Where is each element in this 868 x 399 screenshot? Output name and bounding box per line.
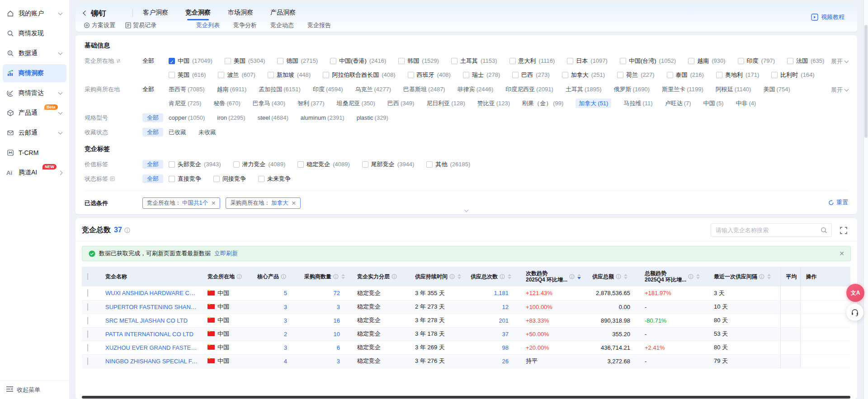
checkbox[interactable]	[233, 161, 240, 168]
collapse-filters-button[interactable]	[456, 207, 477, 214]
sidebar-item-insight[interactable]: 商情洞察	[3, 64, 66, 82]
checkbox[interactable]	[738, 58, 744, 64]
supply-total-link[interactable]: 1,181	[494, 290, 509, 296]
buyer-country-link[interactable]: 卢旺达 7	[665, 99, 691, 108]
horizontal-scrollbar[interactable]	[82, 396, 850, 399]
all-chip[interactable]: 全部	[142, 174, 163, 183]
tab-competitor-insight[interactable]: 竞企洞察	[185, 9, 211, 18]
row-checkbox[interactable]	[87, 289, 88, 297]
trade-records-button[interactable]: 贸易记录	[125, 21, 156, 29]
checkbox[interactable]	[218, 72, 224, 78]
tab-product-insight[interactable]: 产品洞察	[270, 9, 296, 18]
status-tag-checkbox[interactable]: 直接竞争	[169, 174, 201, 183]
fullscreen-icon[interactable]	[838, 225, 849, 236]
supply-total-link[interactable]: 37	[502, 331, 509, 338]
checkbox[interactable]	[688, 58, 694, 64]
checkbox[interactable]	[169, 72, 175, 78]
column-header[interactable]: 次数趋势2025Q4 环比增...	[520, 267, 587, 286]
spec-link[interactable]: plastic 329	[357, 113, 388, 122]
all-chip[interactable]: 全部	[142, 160, 163, 169]
country-checkbox-item[interactable]: 加拿大 251	[562, 70, 605, 80]
checkbox[interactable]	[258, 176, 264, 182]
column-header[interactable]: 供应总额	[587, 267, 639, 286]
buyer-country-link[interactable]: 中国 5	[703, 99, 724, 108]
spec-link[interactable]: steel 4684	[258, 113, 288, 122]
sidebar-item-discovery[interactable]: 商情发现	[3, 24, 66, 42]
remove-tag-icon[interactable]: ✕	[291, 200, 296, 207]
collapse-menu-button[interactable]: 收起菜单	[0, 380, 69, 399]
core-products-link[interactable]: 2	[284, 331, 287, 338]
company-link[interactable]: NINGBO ZHISHANG SPECIAL FAST...	[105, 358, 198, 365]
country-checkbox-item[interactable]: 奥地利 171	[716, 70, 759, 80]
select-all-checkbox[interactable]	[87, 273, 88, 280]
subtab-competitor-report[interactable]: 竞企报告	[307, 21, 331, 29]
row-checkbox[interactable]	[87, 317, 88, 324]
status-tag-checkbox[interactable]: 间接竞争	[213, 174, 246, 183]
checkbox[interactable]	[562, 72, 568, 78]
spec-link[interactable]: copper 1050	[169, 113, 205, 122]
buyer-country-link[interactable]: 巴西 349	[387, 99, 414, 108]
table-row[interactable]: SRC METAL JIASHAN CO LTD 中国 3 16 稳定竞企 3 …	[82, 314, 850, 327]
checkbox[interactable]	[323, 72, 329, 78]
buyer-count-link[interactable]: 10	[334, 331, 340, 338]
spec-link[interactable]: iron 2295	[217, 113, 245, 122]
buyer-country-link[interactable]: 俄罗斯 1690	[614, 84, 650, 94]
spec-link[interactable]: aluminum 2391	[301, 113, 344, 122]
table-row[interactable]: XUZHOU EVER GRAND FASTENERS... 中国 3 6 稳定…	[82, 341, 850, 354]
checkbox[interactable]	[509, 58, 516, 64]
buyer-country-link[interactable]: 印度尼西亚 2091	[505, 84, 553, 94]
row-checkbox[interactable]	[87, 357, 88, 365]
all-chip[interactable]: 全部	[142, 113, 163, 122]
video-tutorial-link[interactable]: 视频教程	[811, 13, 844, 21]
country-checkbox-item[interactable]: 瑞士 278	[463, 70, 500, 80]
buyer-country-link[interactable]: 墨西哥 7085	[169, 84, 205, 94]
country-checkbox-item[interactable]: 巴西 273	[512, 70, 549, 80]
search-icon[interactable]	[821, 227, 827, 234]
buyer-country-link[interactable]: 尼日利亚 128	[426, 99, 465, 108]
sidebar-item-product[interactable]: 产品通 Beta	[3, 104, 66, 122]
buyer-country-link[interactable]: 刚果（金） 99	[522, 99, 563, 108]
refresh-now-link[interactable]: 立即刷新	[214, 249, 238, 258]
sidebar-item-mail[interactable]: 云邮通	[3, 124, 66, 142]
country-checkbox-item[interactable]: 中国(香港) 2416	[330, 56, 386, 66]
all-option[interactable]: 全部	[142, 86, 154, 93]
all-chip[interactable]: 全部	[142, 128, 163, 136]
core-products-link[interactable]: 3	[284, 344, 287, 351]
checkbox[interactable]	[426, 161, 433, 168]
favorite-option[interactable]: 未收藏	[198, 127, 216, 137]
buyer-country-link[interactable]: 坦桑尼亚 350	[337, 99, 375, 108]
checkbox[interactable]	[169, 176, 175, 182]
selected-filter-tag[interactable]: 竞企所在地： 中国共1个 ✕	[142, 197, 220, 209]
status-tag-checkbox[interactable]: 未来竞争	[258, 174, 291, 183]
buyer-country-link[interactable]: 巴拿马 430	[253, 99, 285, 108]
checkbox[interactable]	[408, 72, 414, 78]
translate-float-button[interactable]: 文A	[846, 284, 864, 302]
company-link[interactable]: SUPERTOR FASTENING SHANGHAI...	[105, 304, 198, 310]
country-checkbox-item[interactable]: 新加坡 448	[268, 70, 311, 80]
vertical-scrollbar-thumb[interactable]	[864, 25, 868, 138]
country-checkbox-item[interactable]: 越南 930	[688, 56, 725, 66]
expand-button[interactable]: 展开	[831, 56, 848, 66]
column-header[interactable]: 供应总次数	[465, 267, 520, 286]
buyer-country-link[interactable]: 巴基斯坦 2487	[403, 84, 445, 94]
country-checkbox-item[interactable]: 法国 635	[787, 56, 824, 66]
subtab-competition-analysis[interactable]: 竞争分析	[233, 21, 257, 29]
checkbox[interactable]	[225, 58, 231, 64]
selected-filter-tag[interactable]: 采购商所在地： 加拿大 ✕	[226, 197, 300, 209]
table-row[interactable]: WUXI ANSHIDA HARDWARE CO LTD 中国 5 72 稳定竞…	[82, 286, 850, 300]
sidebar-item-ai[interactable]: Ai 腾道AI NEW	[3, 164, 66, 182]
buyer-country-link[interactable]: 马拉维 11	[623, 99, 652, 108]
sidebar-item-tcrm[interactable]: T-CRM	[3, 144, 66, 162]
all-option[interactable]: 全部	[142, 57, 154, 64]
country-checkbox-item[interactable]: 波兰 607	[218, 70, 255, 80]
checkbox[interactable]	[330, 58, 336, 64]
column-header[interactable]: 最近一次供应间隔	[708, 267, 780, 286]
checkbox[interactable]	[398, 58, 405, 64]
checkbox[interactable]	[169, 161, 175, 168]
buyer-country-link[interactable]: 肯尼亚 725	[169, 99, 201, 108]
supply-total-link[interactable]: 98	[502, 344, 509, 351]
value-tag-checkbox[interactable]: 尾部竞企 3944	[362, 160, 415, 169]
column-header[interactable]: 采购商数量	[299, 267, 352, 286]
company-link[interactable]: SRC METAL JIASHAN CO LTD	[105, 317, 198, 324]
sidebar-item-my-account[interactable]: 我的账户	[3, 5, 66, 23]
